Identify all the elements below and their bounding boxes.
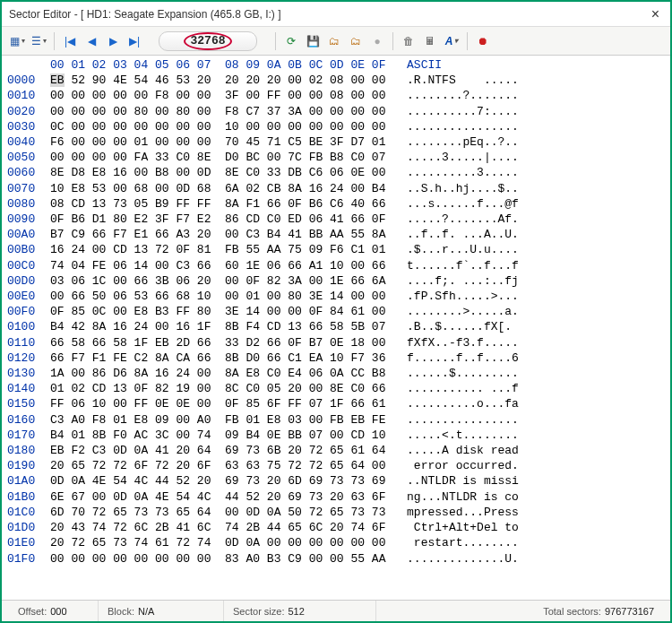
hex-row: 00A0B7 C9 66 F7 E1 66 A3 20 00 C3 B4 41 … — [7, 227, 665, 242]
sector-number-input[interactable]: 32768 — [159, 31, 257, 51]
hex-row: 00608E D8 E8 16 00 B8 00 0D 8E C0 33 DB … — [7, 165, 665, 180]
trash-button[interactable]: 🗑 — [399, 31, 418, 51]
hex-row: 0100B4 42 8A 16 24 00 16 1F 8B F4 CD 13 … — [7, 319, 665, 334]
hex-row: 012066 F7 F1 FE C2 8A CA 66 8B D0 66 C1 … — [7, 350, 665, 366]
hex-viewer[interactable]: 00 01 02 03 04 05 06 07 08 09 0A 0B 0C 0… — [2, 56, 670, 600]
hex-row: 01A00D 0A 4E 54 4C 44 52 20 69 73 20 6D … — [7, 473, 665, 489]
status-block: Block: N/A — [99, 601, 224, 621]
hex-row: 01301A 00 86 D6 8A 16 24 00 8A E8 C0 E4 … — [7, 366, 665, 381]
status-bar: Offset: 000 Block: N/A Sector size: 512 … — [2, 600, 670, 621]
separator — [392, 32, 393, 50]
list-dropdown[interactable]: ☰ — [29, 31, 48, 51]
save-button[interactable]: 💾 — [303, 31, 323, 51]
hex-row: 0040F6 00 00 00 01 00 00 00 70 45 71 C5 … — [7, 134, 665, 150]
calc-button[interactable]: 🖩 — [420, 31, 440, 51]
disk-a-button[interactable]: 🗂 — [324, 31, 344, 51]
separator — [54, 32, 55, 50]
title-bar: Sector Editor - [ HD1: Seagate Expansion… — [2, 2, 670, 27]
hex-row: 001000 00 00 00 00 F8 00 00 3F 00 FF 00 … — [7, 88, 665, 103]
hex-row: 00E000 66 50 06 53 66 68 10 00 01 00 80 … — [7, 289, 665, 304]
window-title: Sector Editor - [ HD1: Seagate Expansion… — [9, 8, 648, 21]
hex-row: 00900F B6 D1 80 E2 3F F7 E2 86 CD C0 ED … — [7, 212, 665, 227]
hex-row: 01B06E 67 00 0D 0A 4E 54 4C 44 52 20 69 … — [7, 489, 665, 505]
prev-sector-button[interactable]: ◀ — [82, 31, 101, 51]
hex-row: 00C074 04 FE 06 14 00 C3 66 60 1E 06 66 … — [7, 258, 665, 273]
hex-row: 008008 CD 13 73 05 B9 FF FF 8A F1 66 0F … — [7, 196, 665, 212]
hex-row: 019020 65 72 72 6F 72 20 6F 63 63 75 72 … — [7, 458, 665, 473]
last-sector-button[interactable]: ▶| — [125, 31, 144, 51]
status-total-sectors: Total sectors: 976773167 — [376, 601, 663, 621]
hex-row: 00F00F 85 0C 00 E8 B3 FF 80 3E 14 00 00 … — [7, 304, 665, 319]
hex-row: 01C06D 70 72 65 73 73 65 64 00 0D 0A 50 … — [7, 505, 665, 520]
hex-row: 002000 00 00 00 80 00 80 00 F8 C7 37 3A … — [7, 104, 665, 119]
hex-row: 0000EB 52 90 4E 54 46 53 20 20 20 20 00 … — [7, 73, 665, 88]
hex-row: 01D020 43 74 72 6C 2B 41 6C 74 2B 44 65 … — [7, 520, 665, 535]
hex-row: 01E020 72 65 73 74 61 72 74 0D 0A 00 00 … — [7, 535, 665, 550]
next-sector-button[interactable]: ▶ — [103, 31, 123, 51]
hex-row: 00B016 24 00 CD 13 72 0F 81 FB 55 AA 75 … — [7, 242, 665, 257]
font-dropdown[interactable]: A — [442, 31, 461, 51]
first-sector-button[interactable]: |◀ — [60, 31, 80, 51]
hex-row: 0160C3 A0 F8 01 E8 09 00 A0 FB 01 E8 03 … — [7, 412, 665, 428]
close-icon[interactable]: × — [648, 6, 663, 22]
hex-row: 00D003 06 1C 00 66 3B 06 20 00 0F 82 3A … — [7, 273, 665, 289]
hex-row: 0170B4 01 8B F0 AC 3C 00 74 09 B4 0E BB … — [7, 428, 665, 443]
hex-row: 01F000 00 00 00 00 00 00 00 83 A0 B3 C9 … — [7, 551, 665, 567]
hex-header-row: 00 01 02 03 04 05 06 07 08 09 0A 0B 0C 0… — [7, 57, 665, 73]
view-dropdown[interactable]: ▦ — [7, 31, 27, 51]
hex-row: 0150FF 06 10 00 FF 0E 0E 00 0F 85 6F FF … — [7, 396, 665, 411]
refresh-button[interactable]: ⟳ — [281, 31, 301, 51]
hex-row: 005000 00 00 00 FA 33 C0 8E D0 BC 00 7C … — [7, 150, 665, 165]
separator — [467, 32, 468, 50]
toolbar: ▦ ☰ |◀ ◀ ▶ ▶| 32768 ⟳ 💾 🗂 🗂 ● 🗑 🖩 A ⏺ — [2, 27, 670, 56]
hex-row: 0180EB F2 C3 0D 0A 41 20 64 69 73 6B 20 … — [7, 443, 665, 458]
hex-row: 011066 58 66 58 1F EB 2D 66 33 D2 66 0F … — [7, 335, 665, 350]
hex-row: 007010 E8 53 00 68 00 0D 68 6A 02 CB 8A … — [7, 181, 665, 196]
separator — [275, 32, 276, 50]
hex-row: 014001 02 CD 13 0F 82 19 00 8C C0 05 20 … — [7, 381, 665, 396]
tag-button[interactable]: ● — [367, 31, 387, 51]
disk-b-button[interactable]: 🗂 — [346, 31, 366, 51]
status-offset: Offset: 000 — [9, 601, 99, 621]
record-button[interactable]: ⏺ — [473, 31, 493, 51]
hex-row: 00300C 00 00 00 00 00 00 00 10 00 00 00 … — [7, 119, 665, 134]
status-sector-size: Sector size: 512 — [224, 601, 376, 621]
